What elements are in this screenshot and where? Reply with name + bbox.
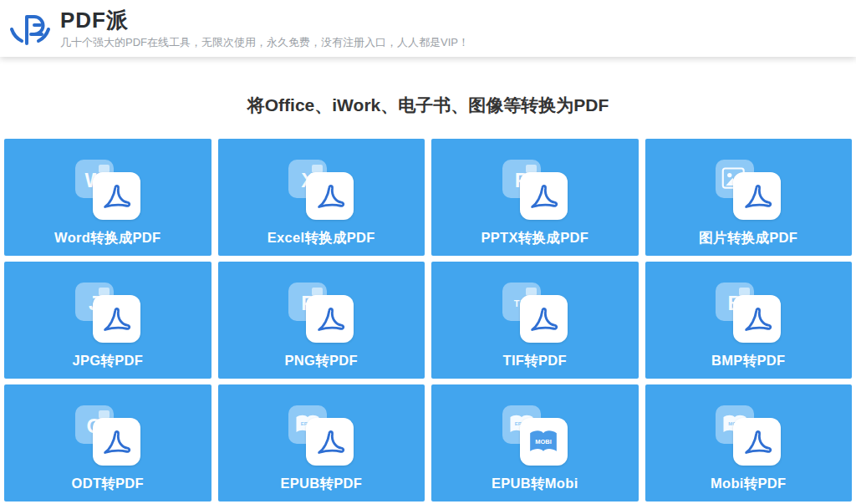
tool-icon-combo: TIF (502, 283, 568, 343)
tool-label: PNG转PDF (285, 352, 358, 370)
section-heading: 将Office、iWork、电子书、图像等转换为PDF (0, 94, 856, 117)
tool-tile[interactable]: MOBI Mobi转PDF (645, 384, 853, 501)
tool-label: Excel转换成PDF (268, 229, 375, 247)
pdf-acrobat-icon (93, 172, 140, 220)
tool-label: Mobi转PDF (711, 475, 786, 493)
tool-label: 图片转换成PDF (699, 229, 797, 247)
tool-label: PPTX转换成PDF (481, 229, 588, 247)
tool-label: Word转换成PDF (54, 229, 160, 247)
tool-icon-combo: B (716, 283, 781, 343)
pdf-acrobat-icon (93, 295, 140, 343)
pdf-acrobat-icon (306, 172, 354, 220)
pdf-acrobat-icon (520, 172, 568, 220)
pdf-pai-logo-icon[interactable] (8, 7, 52, 50)
tools-grid: W Word转换成PDF X Excel转换成PDF P PPTX转换成PDF (0, 139, 856, 501)
pdf-acrobat-icon (733, 418, 781, 466)
pdf-acrobat-icon (733, 172, 781, 220)
tool-label: EPUB转Mobi (492, 475, 578, 493)
tool-tile[interactable]: 图片转换成PDF (645, 139, 853, 256)
tool-tile[interactable]: TIF TIF转PDF (431, 262, 639, 379)
tool-icon-combo: MOBI (716, 405, 781, 466)
tool-icon-combo: EPUB MOBI (502, 405, 568, 466)
tool-tile[interactable]: B BMP转PDF (645, 262, 853, 379)
pdf-acrobat-icon (93, 418, 140, 466)
tool-icon-combo: J (75, 283, 140, 343)
tool-tile[interactable]: P PPTX转换成PDF (431, 139, 639, 256)
tool-label: TIF转PDF (503, 352, 567, 370)
site-title[interactable]: PDF派 (60, 8, 469, 33)
tool-tile[interactable]: O ODT转PDF (4, 384, 211, 501)
tool-icon-combo: P (288, 283, 354, 343)
brand-block: PDF派 几十个强大的PDF在线工具，无限次使用，永久免费，没有注册入口，人人都… (60, 7, 469, 50)
tool-icon-combo: W (75, 160, 140, 220)
tool-icon-combo (716, 160, 781, 220)
main-content: 将Office、iWork、电子书、图像等转换为PDF W Word转换成PDF… (0, 94, 856, 501)
tool-icon-combo: EPUB (288, 405, 354, 466)
pdf-acrobat-icon (520, 295, 568, 343)
pdf-acrobat-icon (306, 295, 354, 343)
site-header: PDF派 几十个强大的PDF在线工具，无限次使用，永久免费，没有注册入口，人人都… (0, 0, 856, 57)
tool-label: EPUB转PDF (280, 475, 362, 493)
pdf-acrobat-icon (733, 295, 781, 343)
pdf-acrobat-icon (306, 418, 354, 466)
tool-tile[interactable]: P PNG转PDF (218, 262, 425, 379)
tool-icon-combo: X (288, 160, 354, 220)
site-tagline: 几十个强大的PDF在线工具，无限次使用，永久免费，没有注册入口，人人都是VIP！ (60, 35, 469, 50)
svg-text:MOBI: MOBI (535, 437, 552, 445)
tool-tile[interactable]: EPUB MOBI EPUB转Mobi (431, 384, 639, 501)
tool-label: BMP转PDF (711, 352, 785, 370)
tool-tile[interactable]: EPUB EPUB转PDF (218, 384, 425, 501)
tool-icon-combo: P (502, 160, 568, 220)
tool-tile[interactable]: J JPG转PDF (4, 262, 211, 379)
mobi-book-icon: MOBI (520, 418, 568, 466)
tool-tile[interactable]: W Word转换成PDF (4, 139, 211, 256)
tool-icon-combo: O (75, 405, 140, 466)
tool-label: ODT转PDF (72, 475, 144, 493)
tool-label: JPG转PDF (72, 352, 143, 370)
tool-tile[interactable]: X Excel转换成PDF (218, 139, 425, 256)
